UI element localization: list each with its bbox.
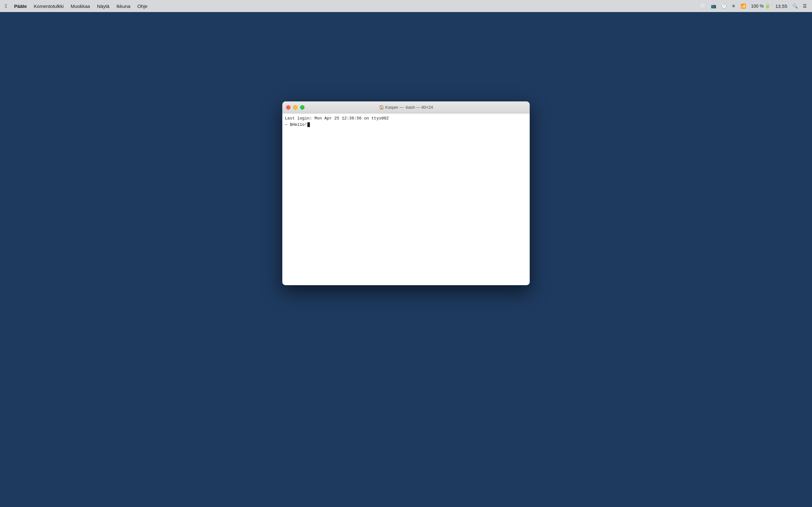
last-login-line: Last login: Mon Apr 25 12:36:56 on ttys0…: [285, 115, 527, 122]
cursor: [307, 122, 310, 127]
terminal-window: 🏠 Kasper — -bash — 80×24 Last login: Mon…: [282, 101, 530, 285]
battery-area[interactable]: 100 % 🔋: [751, 3, 770, 9]
wifi-icon[interactable]: 📶: [741, 3, 746, 9]
battery-icon: 🔋: [765, 3, 770, 9]
prompt-prefix: ~ $: [285, 122, 292, 128]
search-icon[interactable]: 🔍: [792, 3, 798, 9]
traffic-lights: [282, 105, 305, 110]
menu-nayta[interactable]: Näytä: [97, 3, 109, 9]
close-button[interactable]: [286, 105, 291, 110]
terminal-titlebar: 🏠 Kasper — -bash — 80×24: [282, 101, 530, 113]
menubar-right: ⬜ 📺 🕐 ✳ 📶 100 % 🔋 13.55 🔍 ☰: [700, 3, 807, 9]
display-icon[interactable]: ⬜: [700, 3, 706, 9]
prompt-line: ~ $ Hello!: [285, 122, 527, 128]
battery-percent: 100 %: [751, 3, 764, 9]
title-emoji: 🏠: [379, 105, 384, 110]
maximize-button[interactable]: [300, 105, 305, 110]
minimize-button[interactable]: [293, 105, 298, 110]
menu-muokkaa[interactable]: Muokkaa: [71, 3, 90, 9]
title-text: Kasper — -bash — 80×24: [385, 105, 433, 110]
extras-icon[interactable]: ✳: [732, 3, 735, 9]
menu-komentotulkki[interactable]: Komentotulkki: [34, 3, 64, 9]
menu-app-name[interactable]: Pääte: [14, 3, 27, 9]
menu-ikkuna[interactable]: Ikkuna: [116, 3, 131, 9]
notification-center-icon[interactable]: ☰: [803, 3, 807, 9]
terminal-body[interactable]: Last login: Mon Apr 25 12:36:56 on ttys0…: [282, 113, 530, 285]
apple-menu[interactable]: : [5, 3, 7, 9]
menu-ohje[interactable]: Ohje: [137, 3, 148, 9]
prompt-command: Hello!: [292, 122, 307, 128]
menubar:  Pääte Komentotulkki Muokkaa Näytä Ikku…: [0, 0, 812, 12]
time-machine-icon[interactable]: 🕐: [721, 3, 727, 9]
terminal-title: 🏠 Kasper — -bash — 80×24: [379, 105, 433, 110]
airplay-icon[interactable]: 📺: [711, 3, 716, 9]
clock[interactable]: 13.55: [775, 3, 787, 9]
menubar-left:  Pääte Komentotulkki Muokkaa Näytä Ikku…: [5, 3, 148, 9]
